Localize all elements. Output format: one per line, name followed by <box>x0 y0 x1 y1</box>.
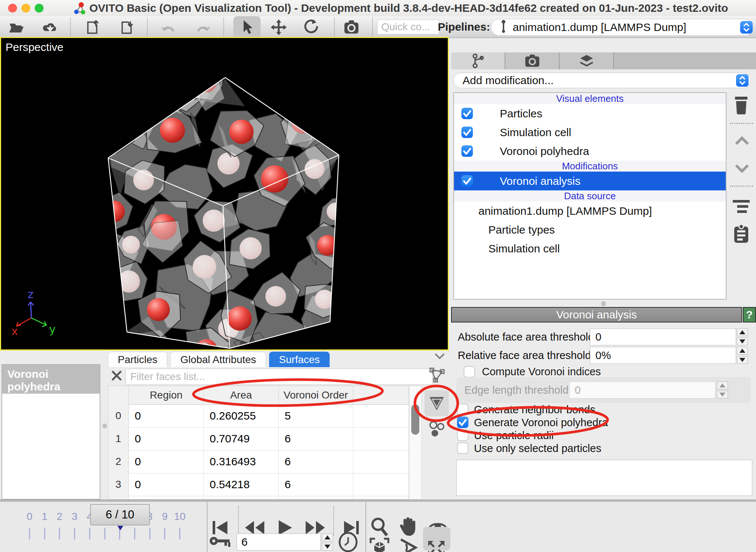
relative-threshold-field[interactable]: 0% <box>590 347 736 364</box>
maximize-viewport-icon[interactable] <box>425 537 447 552</box>
pipeline-item-particle-types[interactable]: Particle types <box>454 220 726 239</box>
render-button[interactable] <box>343 19 360 36</box>
window-title: OVITO Basic (Open Visualization Tool) - … <box>89 0 728 16</box>
current-frame-input[interactable] <box>237 534 321 551</box>
absolute-threshold-field[interactable]: 0 <box>590 328 736 345</box>
mesh-page-icon[interactable] <box>429 367 445 384</box>
column-header-area[interactable]: Area <box>204 386 279 404</box>
tab-surfaces[interactable]: Surfaces <box>269 352 330 367</box>
particles-page-icon[interactable] <box>428 421 446 439</box>
move-down-icon[interactable] <box>735 163 749 176</box>
table-row[interactable]: 000.2602555 <box>108 404 409 428</box>
save-file-button[interactable] <box>119 19 136 36</box>
option-generate-voronoi-polyhedra[interactable]: Generate Voronoi polyhedra <box>457 416 752 429</box>
compute-voronoi-indices-row[interactable]: Compute Voronoi indices <box>464 365 601 379</box>
pipeline-item-checkbox-voronoi-analysis[interactable] <box>461 175 473 187</box>
copy-pipeline-icon[interactable] <box>733 224 750 246</box>
zoom-extents-icon[interactable] <box>368 537 391 552</box>
faces-table[interactable]: RegionAreaVoronoi Order000.2602555100.70… <box>108 386 409 500</box>
pipeline-item-checkbox-voronoi-polyhedra[interactable] <box>461 145 473 157</box>
pipeline-item-voronoi-polyhedra[interactable]: Voronoi polyhedra <box>454 142 726 161</box>
absolute-threshold-spinner[interactable] <box>737 328 748 345</box>
undo-button[interactable] <box>160 19 177 36</box>
import-remote-file-button[interactable] <box>42 19 59 36</box>
option-use-only-selected-particles[interactable]: Use only selected particles <box>457 442 752 455</box>
compute-voronoi-indices-label: Compute Voronoi indices <box>482 366 601 377</box>
surfaces-page-button[interactable] <box>425 390 449 416</box>
animation-settings-key-icon[interactable] <box>209 534 231 551</box>
pan-tool-icon[interactable] <box>397 515 419 537</box>
move-mode-button[interactable] <box>270 19 287 36</box>
row-index: 0 <box>108 404 129 427</box>
edge-length-spinner <box>717 382 728 399</box>
command-panel-tabs <box>451 52 756 69</box>
option-generate-neighbor-bonds[interactable]: Generate neighbor bonds <box>457 403 752 416</box>
pipeline-item-simulation-cell[interactable]: Simulation cell <box>454 239 726 258</box>
add-modification-stepper[interactable] <box>736 74 749 87</box>
ovito-window: OVITO Basic (Open Visualization Tool) - … <box>0 0 756 552</box>
table-row[interactable]: 100.707496 <box>108 427 409 451</box>
column-header-voronoi-order[interactable]: Voronoi Order <box>279 386 353 404</box>
absolute-threshold-value: 0 <box>595 331 601 343</box>
animation-settings-clock-icon[interactable] <box>338 532 358 552</box>
table-row[interactable]: 200.3164936 <box>108 450 409 473</box>
table-scrollbar[interactable] <box>409 386 422 500</box>
pipeline-item-label: Simulation cell <box>488 239 560 258</box>
frame-spinner[interactable] <box>322 534 333 551</box>
scrollbar-thumb[interactable] <box>411 404 419 435</box>
open-file-button[interactable] <box>8 19 25 36</box>
minimize-window-button[interactable] <box>21 4 30 13</box>
zoom-tool-icon[interactable] <box>368 516 391 538</box>
relative-threshold-label: Relative face area threshold: <box>458 349 594 362</box>
relative-threshold-spinner[interactable] <box>737 347 748 364</box>
close-window-button[interactable] <box>8 4 17 13</box>
pipeline-selector-stepper[interactable] <box>740 21 753 34</box>
checkbox-generate-voronoi-polyhedra[interactable] <box>457 417 468 428</box>
pipeline-selector[interactable]: animation1.dump [LAMMPS Dump] <box>491 19 753 36</box>
quick-command-input[interactable] <box>377 20 439 34</box>
option-use-particle-radii[interactable]: Use particle radii <box>457 429 752 442</box>
move-up-icon[interactable] <box>735 135 749 148</box>
toolbar-separator <box>334 18 335 36</box>
table-row[interactable]: 300.542186 <box>108 473 409 496</box>
pipeline-item-simulation-cell[interactable]: Simulation cell <box>454 123 726 142</box>
select-mode-button[interactable] <box>238 19 255 36</box>
pipeline-item-checkbox-simulation-cell[interactable] <box>461 127 473 138</box>
panel-splitter-handle[interactable] <box>601 301 606 306</box>
table-row[interactable]: 400.05052926 <box>108 496 409 500</box>
compute-voronoi-indices-checkbox[interactable] <box>464 366 475 377</box>
toggle-modifier-list-icon[interactable] <box>732 199 750 215</box>
table-cell: 6 <box>279 473 353 496</box>
tab-particles[interactable]: Particles <box>108 352 167 367</box>
list-splitter-handle[interactable] <box>102 424 107 428</box>
tab-pipeline[interactable] <box>451 52 505 69</box>
checkbox-use-particle-radii[interactable] <box>457 429 468 441</box>
viewport-3d[interactable]: xyz Perspective <box>0 37 449 351</box>
delete-modifier-icon[interactable] <box>733 95 750 116</box>
checkbox-use-only-selected-particles[interactable] <box>457 442 468 454</box>
pipeline-item-particles[interactable]: Particles <box>454 104 726 123</box>
collapse-inspector-icon[interactable] <box>434 352 445 361</box>
table-cell: 0.260255 <box>204 404 279 427</box>
pipeline-item-animation1-dump-lammps-dump[interactable]: animation1.dump [LAMMPS Dump] <box>454 201 726 220</box>
pipeline-item-voronoi-analysis[interactable]: Voronoi analysis <box>454 172 726 190</box>
tab-global-attributes[interactable]: Global Attributes <box>170 352 266 367</box>
zoom-window-button[interactable] <box>35 4 44 13</box>
filter-input[interactable] <box>126 369 433 385</box>
checkbox-generate-neighbor-bonds[interactable] <box>457 404 468 415</box>
timeline-thumb[interactable]: 6 / 10 <box>90 504 150 525</box>
timeline-tick <box>134 528 135 539</box>
tab-render[interactable] <box>505 52 560 69</box>
column-header-region[interactable]: Region <box>129 386 204 404</box>
tab-overlays[interactable] <box>560 52 614 69</box>
export-file-button[interactable] <box>85 19 102 36</box>
rotate-mode-button[interactable] <box>302 19 319 36</box>
help-button[interactable]: ? <box>743 307 756 322</box>
inspector-selected-object[interactable]: Voronoi polyhedra Voronoi analysis <box>2 365 100 394</box>
clear-filter-icon[interactable] <box>110 369 123 384</box>
viewport-label[interactable]: Perspective <box>6 41 63 54</box>
redo-button[interactable] <box>195 19 212 36</box>
add-modification-dropdown[interactable]: Add modification... <box>453 73 751 88</box>
pipeline-item-checkbox-particles[interactable] <box>461 108 473 119</box>
camera-fov-icon[interactable] <box>397 537 419 552</box>
